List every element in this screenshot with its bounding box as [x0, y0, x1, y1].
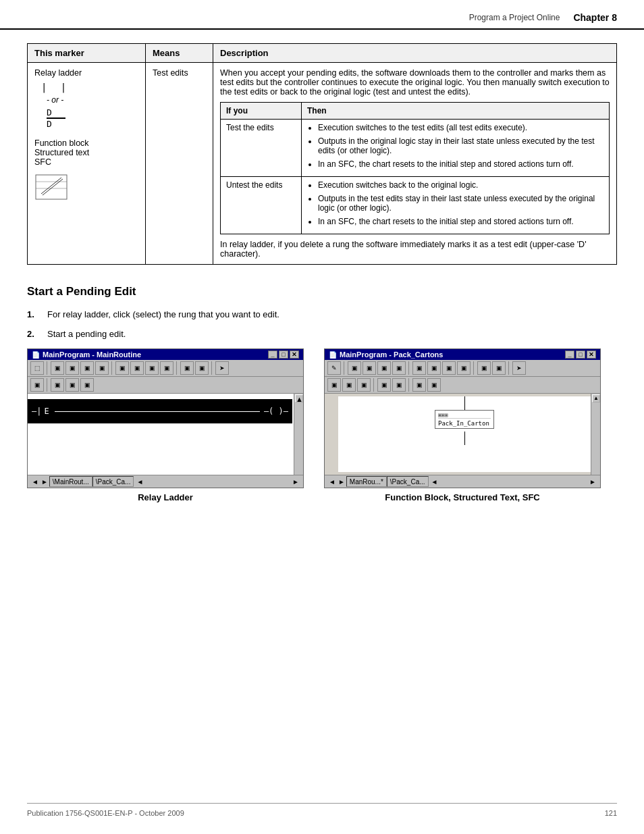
- fb-tb-btn-1[interactable]: ✎: [327, 361, 341, 375]
- bullet-test-2: Outputs in the original logic stay in th…: [318, 136, 603, 155]
- col-header-desc: Description: [213, 44, 617, 63]
- tb-btn-12[interactable]: ➤: [215, 361, 229, 375]
- tb-sep-1: [47, 361, 48, 375]
- fb-tb-btn-4[interactable]: ▣: [377, 361, 391, 375]
- relay-statusbar: ◄ ► \MainRout... \Pack_Ca... ◄ ►: [28, 475, 303, 488]
- rung-selected[interactable]: —| E —( )—: [28, 399, 292, 423]
- fb-tb-btn-6[interactable]: ▣: [412, 361, 426, 375]
- fb-tb-sep-1: [344, 361, 345, 375]
- bullet-untest-2: Outputs in the test edits stay in their …: [318, 194, 603, 213]
- tb-btn-3[interactable]: ▣: [65, 361, 79, 375]
- fb-screenshot: 📄 MainProgram - Pack_Cartons _ □ ✕ ✎ ▣: [324, 348, 601, 502]
- relay-ladder-titlebar: 📄 MainProgram - MainRoutine _ □ ✕: [28, 349, 303, 360]
- close-btn-fb[interactable]: ✕: [587, 350, 596, 359]
- fb-tb-btn-3[interactable]: ▣: [363, 361, 376, 375]
- fb-tb-btn-2[interactable]: ▣: [348, 361, 361, 375]
- fb-tb2-sep-2: [408, 378, 410, 392]
- fb-tb-btn-11[interactable]: ▣: [492, 361, 506, 375]
- fb-title-icon: 📄: [329, 351, 337, 359]
- fb-tb2-btn-1[interactable]: ▣: [327, 378, 341, 392]
- fb-tb2-btn-5[interactable]: ▣: [392, 378, 406, 392]
- step-2: 2. Start a pending edit.: [27, 329, 617, 339]
- fb-tb-btn-12[interactable]: ➤: [512, 361, 526, 375]
- close-btn-relay[interactable]: ✕: [290, 350, 299, 359]
- tb2-sep-1: [47, 378, 48, 392]
- win-btns-fb: _ □ ✕: [565, 350, 596, 359]
- inner-row-test: Test the edits Execution switches to the…: [221, 120, 610, 177]
- or-label: - or -: [47, 95, 138, 105]
- fb-icon: [34, 172, 138, 204]
- relay-contact-symbol: | |: [41, 82, 138, 93]
- fb-scrollbar[interactable]: ▲: [591, 394, 600, 475]
- tb2-btn-3[interactable]: ▣: [65, 378, 79, 392]
- relay-scrollbar[interactable]: ▲: [294, 394, 303, 475]
- fb-tb-btn-8[interactable]: ▣: [442, 361, 456, 375]
- tb-btn-8[interactable]: ▣: [145, 361, 159, 375]
- fb-canvas: ▣▣▣ Pack_In_Carton: [338, 396, 591, 472]
- main-table: This marker Means Description Relay ladd…: [27, 43, 617, 265]
- maximize-btn-fb[interactable]: □: [576, 350, 585, 359]
- inner-col-if: If you: [221, 103, 302, 120]
- fb-tb2-btn-3[interactable]: ▣: [357, 378, 371, 392]
- col-header-means: Means: [146, 44, 213, 63]
- tb-btn-11[interactable]: ▣: [195, 361, 209, 375]
- fb-block: ▣▣▣ Pack_In_Carton: [435, 410, 494, 429]
- tb2-btn-1[interactable]: ▣: [30, 378, 44, 392]
- tb-btn-4[interactable]: ▣: [80, 361, 94, 375]
- page-header: Program a Project Online Chapter 8: [0, 0, 644, 30]
- fb-tb-sep-4: [508, 361, 510, 375]
- fb-tb2-sep-1: [373, 378, 375, 392]
- marker-cell: Relay ladder | | - or - D: [28, 63, 146, 265]
- tb-btn-9[interactable]: ▣: [160, 361, 173, 375]
- header-section-label: Program a Project Online: [469, 13, 560, 22]
- tb-sep-3: [176, 361, 178, 375]
- relay-ladder-caption: Relay Ladder: [138, 492, 193, 502]
- fb-titlebar: 📄 MainProgram - Pack_Cartons _ □ ✕: [325, 349, 600, 360]
- step-1-num: 1.: [27, 309, 41, 319]
- fb-tb-btn-10[interactable]: ▣: [477, 361, 491, 375]
- tb-btn-10[interactable]: ▣: [180, 361, 194, 375]
- tb-btn-5[interactable]: ▣: [95, 361, 109, 375]
- step-1: 1. For relay ladder, click (select) the …: [27, 309, 617, 319]
- bullet-untest-3: In an SFC, the chart resets to the initi…: [318, 217, 603, 226]
- fb-tb2-btn-6[interactable]: ▣: [412, 378, 426, 392]
- inner-col-then: Then: [302, 103, 610, 120]
- fb-tb2-btn-7[interactable]: ▣: [427, 378, 441, 392]
- fb-toolbar1: ✎ ▣ ▣ ▣ ▣ ▣ ▣ ▣ ▣ ▣ ▣: [325, 360, 600, 377]
- tb2-btn-4[interactable]: ▣: [80, 378, 94, 392]
- tb2-btn-2[interactable]: ▣: [51, 378, 64, 392]
- tb-btn-1[interactable]: ⬚: [30, 361, 44, 375]
- marker-fb-label: Function block Structured text SFC: [34, 138, 138, 167]
- footer-publication: Publication 1756-QS001E-EN-P - October 2…: [27, 809, 184, 817]
- page-footer: Publication 1756-QS001E-EN-P - October 2…: [27, 803, 617, 817]
- relay-title-icon: 📄: [32, 351, 40, 359]
- screenshots-row: 📄 MainProgram - MainRoutine _ □ ✕ ⬚ ▣: [27, 348, 617, 502]
- fb-content: ▣▣▣ Pack_In_Carton ▲: [325, 394, 600, 475]
- tb-btn-2[interactable]: ▣: [51, 361, 64, 375]
- fb-caption: Function Block, Structured Text, SFC: [385, 492, 539, 502]
- fb-tb2-btn-4[interactable]: ▣: [377, 378, 391, 392]
- fb-tb-btn-9[interactable]: ▣: [457, 361, 471, 375]
- fb-toolbar2: ▣ ▣ ▣ ▣ ▣ ▣ ▣: [325, 377, 600, 394]
- minimize-btn-relay[interactable]: _: [268, 350, 277, 359]
- tb-btn-7[interactable]: ▣: [130, 361, 144, 375]
- step-2-text: Start a pending edit.: [47, 329, 126, 339]
- fb-tb2-btn-2[interactable]: ▣: [342, 378, 356, 392]
- maximize-btn-relay[interactable]: □: [279, 350, 288, 359]
- page-container: Program a Project Online Chapter 8 This …: [0, 0, 644, 834]
- status-mainrout: \MainRout...: [49, 476, 92, 487]
- relay-ladder-content: ▲ —| E —( )—: [28, 394, 303, 475]
- desc-cell: When you accept your pending edits, the …: [213, 63, 617, 265]
- relay-ladder-screenshot: 📄 MainProgram - MainRoutine _ □ ✕ ⬚ ▣: [27, 348, 304, 502]
- tb-btn-6[interactable]: ▣: [115, 361, 129, 375]
- fb-tb-btn-7[interactable]: ▣: [427, 361, 441, 375]
- fb-tb-btn-5[interactable]: ▣: [392, 361, 406, 375]
- col-header-marker: This marker: [28, 44, 146, 63]
- fb-tb-sep-2: [408, 361, 410, 375]
- minimize-btn-fb[interactable]: _: [565, 350, 574, 359]
- tb-sep-2: [111, 361, 113, 375]
- relay-ladder-window: 📄 MainProgram - MainRoutine _ □ ✕ ⬚ ▣: [27, 348, 304, 488]
- inner-condition-untest: Untest the edits: [221, 177, 302, 234]
- relay-toolbar2: ▣ ▣ ▣ ▣: [28, 377, 303, 394]
- fb-status-packca: \Pack_Ca...: [387, 476, 429, 487]
